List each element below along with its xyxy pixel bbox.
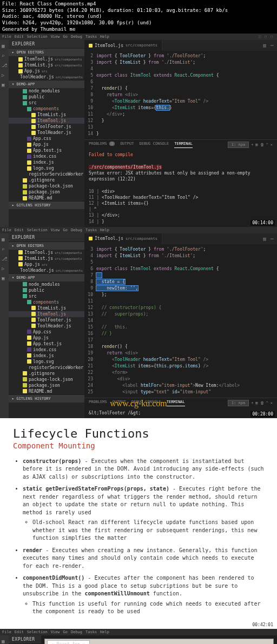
- panel-problems[interactable]: PROBLEMS 3: [89, 142, 115, 148]
- editor-2: ItemTool.js src/components ▥⋯ 3import { …: [84, 233, 277, 418]
- split-term-icon[interactable]: ▥: [255, 143, 258, 147]
- tree-item[interactable]: components: [9, 106, 84, 112]
- tree-item[interactable]: public: [9, 287, 84, 293]
- tree-item[interactable]: ItemTool.js: [9, 311, 84, 317]
- timestamp-3: 00:42:01: [250, 622, 275, 628]
- tree-item[interactable]: App.css: [9, 329, 84, 335]
- tree-item[interactable]: registerServiceWorker.js: [9, 171, 84, 177]
- tree-item[interactable]: components: [9, 299, 84, 305]
- tree-item[interactable]: logo.svg: [9, 165, 84, 171]
- timestamp-2: 00:28:00: [250, 411, 275, 417]
- open-editors-section[interactable]: ▸ OPEN EDITORS: [9, 48, 84, 56]
- frame-4: FileEditSelectionViewGoDebugTasksHelp ▦⌕…: [0, 629, 277, 644]
- panel-debug[interactable]: DEBUG CONSOLE: [139, 142, 169, 148]
- sidebar-item[interactable]: ToolHeader.js src/components: [9, 267, 84, 273]
- demo-app-section[interactable]: ▾ DEMO-APP: [9, 80, 84, 88]
- meta-gen: Generated by Thumbnail me: [2, 26, 275, 33]
- tree-item[interactable]: package.json: [9, 189, 84, 195]
- sidebar-item[interactable]: ToolHeader.js src/components: [9, 74, 84, 80]
- tree-item[interactable]: README.md: [9, 388, 84, 394]
- activity-bar-2: ▦⌕⎇▷▣: [0, 233, 9, 418]
- frame-1: FileEditSelectionViewGoDebugTasksHelp ▢▢…: [0, 33, 277, 226]
- debug-icon[interactable]: ▷: [2, 72, 7, 78]
- sidebar: EXPLORER ▸ OPEN EDITORS ItemTool.js src/…: [9, 40, 84, 226]
- tree-item[interactable]: App.css: [9, 136, 84, 142]
- trash-icon[interactable]: 🗑: [260, 143, 264, 147]
- tab-itemtool[interactable]: ItemTool.js src/components: [84, 40, 162, 51]
- tree-item[interactable]: App.js: [9, 142, 84, 147]
- tree-item[interactable]: ToolHeader.js: [9, 130, 84, 136]
- sidebar-item[interactable]: ItemTool.js src/components: [9, 56, 84, 62]
- ide-menubar-4: FileEditSelectionViewGoDebugTasksHelp: [0, 629, 277, 635]
- terminal-panel: PROBLEMS 3 OUTPUT DEBUG CONSOLE TERMINAL…: [84, 139, 277, 226]
- browser-window: ⚛ React App × ← → ⟳ ⓘ localhost:3000 ☆ ⋮…: [44, 639, 274, 644]
- tree-item[interactable]: public: [9, 94, 84, 100]
- tree-item[interactable]: ToolHeader.js: [9, 323, 84, 329]
- slide-subtitle: Component Mounting: [13, 441, 264, 450]
- editor-tabs: ItemTool.js src/components ▥⋯: [84, 40, 277, 51]
- slide-bullet: static getDerivedStateFromProps(props, s…: [23, 485, 264, 542]
- sidebar-item[interactable]: ItemTool.js src/components: [9, 250, 84, 256]
- tree-item[interactable]: ItemTool.js: [9, 118, 84, 124]
- explorer-header: EXPLORER: [9, 40, 84, 48]
- tree-item[interactable]: ItemList.js: [9, 112, 84, 118]
- tree-item[interactable]: src: [9, 100, 84, 106]
- slide-bullets: constructor(props) - Executes when the c…: [23, 458, 264, 616]
- close-panel-icon[interactable]: ×: [271, 143, 273, 147]
- slide-lifecycle: Lifecycle Functions Component Mounting c…: [0, 418, 277, 629]
- tree-item[interactable]: index.css: [9, 347, 84, 353]
- tree-item[interactable]: package-lock.json: [9, 377, 84, 383]
- tree-item[interactable]: node_modules: [9, 281, 84, 287]
- ide-menubar: FileEditSelectionViewGoDebugTasksHelp ▢▢…: [0, 33, 277, 40]
- tree-item[interactable]: node_modules: [9, 88, 84, 94]
- sidebar-2: EXPLORER ▸ OPEN EDITORS ItemTool.js src/…: [9, 233, 84, 418]
- tree-item[interactable]: .gitignore: [9, 371, 84, 377]
- plus-icon[interactable]: +: [251, 143, 253, 147]
- terminal-select[interactable]: 1: npm: [228, 142, 249, 148]
- code-area-2[interactable]: 3import { ToolFooter } from './ToolFoote…: [84, 244, 277, 398]
- tree-item[interactable]: ToolFooter.js: [9, 317, 84, 323]
- tree-item[interactable]: App.js: [9, 335, 84, 341]
- tree-item[interactable]: App.test.js: [9, 147, 84, 153]
- tree-item[interactable]: index.js: [9, 159, 84, 165]
- slide-bullet: constructor(props) - Executes when the c…: [23, 458, 264, 481]
- tree-item[interactable]: README.md: [9, 195, 84, 201]
- tree-item[interactable]: index.css: [9, 153, 84, 159]
- meta-size: Size: 360976273 bytes (344.20 MiB), dura…: [2, 8, 275, 14]
- more-icon[interactable]: ⋯: [269, 43, 275, 48]
- code-area[interactable]: 2import { ToolFooter } from './ToolFoote…: [84, 51, 277, 139]
- video-metadata: File: React Class Components.mp4 Size: 3…: [0, 0, 277, 33]
- slide-bullet: render - Executes when creating a new in…: [23, 547, 264, 571]
- activity-bar: ▦ ⌕ ⎇ ▷ ▣: [0, 40, 9, 226]
- editor: ItemTool.js src/components ▥⋯ 2import { …: [84, 40, 277, 226]
- browser-tab[interactable]: ⚛ React App ×: [47, 640, 90, 644]
- slide-bullet: componentDidMount() - Executes after the…: [23, 574, 264, 616]
- git-icon[interactable]: ⎇: [2, 63, 7, 68]
- tree-item[interactable]: .gitignore: [9, 177, 84, 183]
- sidebar-item[interactable]: App.js src: [9, 68, 84, 74]
- tree-item[interactable]: App.test.js: [9, 341, 84, 347]
- gitlens-section[interactable]: ▸ GITLENS HISTORY: [9, 201, 84, 209]
- split-icon[interactable]: ▥: [262, 43, 267, 48]
- meta-audio: Audio: aac, 48000 Hz, stereo (und): [2, 14, 275, 20]
- files-icon[interactable]: ▦: [2, 43, 7, 49]
- ext-icon[interactable]: ▣: [2, 82, 7, 88]
- tree-item[interactable]: ItemList.js: [9, 305, 84, 311]
- tree-item[interactable]: registerServiceWorker.js: [9, 365, 84, 371]
- maximize-icon[interactable]: ^: [266, 143, 268, 147]
- panel-terminal[interactable]: TERMINAL: [174, 142, 193, 148]
- panel-output[interactable]: OUTPUT: [120, 142, 134, 148]
- frame-2: FileEditSelectionViewGoDebugTasksHelp ▦⌕…: [0, 227, 277, 418]
- slide-title: Lifecycle Functions: [13, 427, 264, 440]
- tree-item[interactable]: ToolFooter.js: [9, 124, 84, 130]
- tree-item[interactable]: package.json: [9, 383, 84, 388]
- meta-file: File: React Class Components.mp4: [2, 1, 275, 8]
- search-icon[interactable]: ⌕: [2, 53, 7, 58]
- sidebar-item[interactable]: App.js src: [9, 261, 84, 267]
- tree-item[interactable]: package-lock.json: [9, 183, 84, 189]
- tree-item[interactable]: logo.svg: [9, 359, 84, 365]
- sidebar-item[interactable]: ItemList.js src/components: [9, 256, 84, 261]
- tree-item[interactable]: src: [9, 293, 84, 299]
- sidebar-item[interactable]: ItemList.js src/components: [9, 62, 84, 68]
- tree-item[interactable]: index.js: [9, 353, 84, 359]
